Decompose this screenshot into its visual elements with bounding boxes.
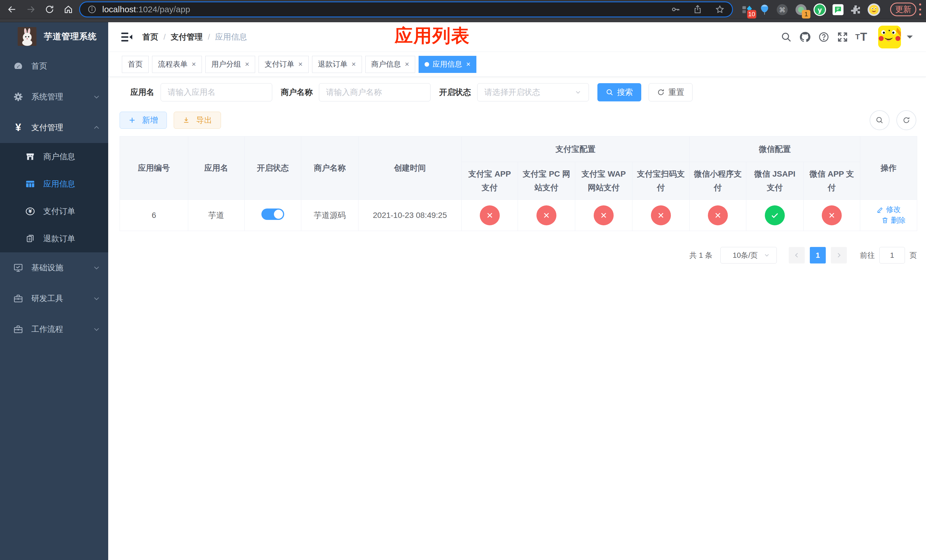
tag-close-icon[interactable]: ×: [466, 60, 471, 69]
export-button[interactable]: 导出: [174, 112, 221, 129]
chevron-down-icon: [93, 264, 100, 271]
browser-home-button[interactable]: [62, 3, 75, 16]
sidebar-item-infrastructure[interactable]: 基础设施: [0, 252, 108, 283]
tag-pay-order[interactable]: 支付订单 ×: [259, 56, 309, 73]
user-avatar[interactable]: [878, 26, 901, 48]
search-icon: [875, 116, 884, 124]
extension-chat-icon[interactable]: [831, 3, 844, 16]
sidebar-item-system[interactable]: 系统管理: [0, 82, 108, 112]
tag-close-icon[interactable]: ×: [245, 60, 249, 69]
briefcase-icon: [12, 324, 24, 334]
cell-app-name: 芋道: [188, 200, 245, 231]
status-disabled-icon: [536, 205, 557, 225]
tag-close-icon[interactable]: ×: [405, 60, 409, 69]
address-bar[interactable]: localhost:1024/pay/app: [79, 2, 733, 17]
svg-text:¥: ¥: [29, 209, 32, 214]
command-circle-icon: ⌘: [776, 4, 788, 16]
add-button[interactable]: 新增: [120, 112, 167, 129]
browser-toolbar: localhost:1024/pay/app 10 ⌘ 1 y 更新: [0, 0, 926, 19]
search-button[interactable]: 搜索: [598, 83, 641, 101]
tag-app-info-active[interactable]: 应用信息 ×: [419, 56, 477, 73]
app-name-input[interactable]: [160, 83, 272, 101]
monitor-check-icon: [12, 263, 24, 273]
table-toolbar: 新增 导出: [120, 112, 917, 129]
tag-process-form[interactable]: 流程表单 ×: [152, 56, 202, 73]
page-content: 应用名 商户名称 开启状态 请选择开启状态 搜索 重置: [108, 77, 926, 560]
sidebar-item-home[interactable]: 首页: [0, 51, 108, 82]
sidebar-item-pay-order[interactable]: ¥ 支付订单: [0, 198, 108, 225]
browser-forward-button[interactable]: [24, 3, 38, 16]
tag-refund-order[interactable]: 退款订单 ×: [312, 56, 362, 73]
svg-text:y: y: [818, 6, 822, 14]
sidebar-item-dev-tools[interactable]: 研发工具: [0, 283, 108, 314]
browser-profile-avatar[interactable]: [867, 3, 881, 16]
header-search-button[interactable]: [777, 28, 796, 47]
show-search-toggle-button[interactable]: [870, 110, 890, 130]
font-size-button[interactable]: TT: [852, 28, 871, 47]
col-header-wechat-app: 微信 APP 支付: [803, 162, 860, 200]
avatar-caret-icon[interactable]: [906, 35, 914, 39]
edit-row-button[interactable]: 修改: [876, 204, 901, 215]
tag-close-icon[interactable]: ×: [352, 60, 356, 69]
extension-balloon-icon[interactable]: [758, 3, 771, 16]
tag-close-icon[interactable]: ×: [192, 60, 196, 69]
extension-vue-devtools-icon[interactable]: y: [813, 3, 826, 16]
sidebar-item-workflow[interactable]: 工作流程: [0, 314, 108, 345]
fullscreen-button[interactable]: [833, 28, 852, 47]
reset-button[interactable]: 重置: [649, 83, 693, 101]
breadcrumb-pay[interactable]: 支付管理: [171, 32, 203, 42]
chat-bubble-icon: [832, 4, 844, 16]
browser-update-button[interactable]: 更新: [890, 3, 916, 16]
goto-page: 前往 页: [860, 247, 917, 263]
browser-back-button[interactable]: [5, 3, 19, 16]
pagination: 共 1 条 10条/页 1 前往 页: [120, 247, 917, 263]
add-button-label: 新增: [142, 115, 158, 126]
goto-page-input[interactable]: [879, 247, 905, 263]
chevron-down-icon: [574, 89, 582, 96]
tag-merchant-info[interactable]: 商户信息 ×: [365, 56, 415, 73]
sidebar-item-merchant-info[interactable]: 商户信息: [0, 143, 108, 170]
extensions-puzzle-icon[interactable]: [849, 3, 862, 16]
annotation-page-title: 应用列表: [395, 23, 470, 48]
next-page-button[interactable]: [831, 247, 847, 263]
sidebar-item-refund-order[interactable]: 退款订单: [0, 225, 108, 252]
cell-create-time: 2021-10-23 08:49:25: [359, 200, 461, 231]
yen-icon: ¥: [12, 122, 24, 133]
merchant-name-label: 商户名称: [281, 87, 313, 98]
extension-recorder-icon[interactable]: 1: [794, 3, 808, 16]
breadcrumb-home[interactable]: 首页: [142, 32, 158, 42]
delete-row-button[interactable]: 删除: [881, 215, 906, 225]
tag-close-icon[interactable]: ×: [298, 60, 303, 69]
app-table: 应用编号 应用名 开启状态 商户名称 创建时间 支付宝配置 微信配置 操作 支付…: [120, 136, 917, 231]
password-key-icon[interactable]: [670, 5, 680, 14]
browser-menu-button[interactable]: [918, 3, 921, 15]
browser-reload-button[interactable]: [43, 3, 56, 16]
status-select[interactable]: 请选择开启状态: [477, 83, 589, 101]
share-icon[interactable]: [693, 5, 702, 14]
grid-table-icon: [24, 179, 36, 189]
extension-command-icon[interactable]: ⌘: [776, 3, 789, 16]
tag-user-group[interactable]: 用户分组 ×: [205, 56, 255, 73]
status-toggle-on[interactable]: [262, 209, 284, 220]
refresh-table-button[interactable]: [896, 110, 916, 130]
active-tag-dot: [425, 62, 429, 67]
page-size-select[interactable]: 10条/页: [720, 247, 777, 263]
tag-label: 退款订单: [318, 59, 348, 69]
tag-home[interactable]: 首页: [122, 56, 149, 73]
cell-wechat-jsapi: [746, 200, 803, 231]
github-link-button[interactable]: [796, 28, 814, 47]
sidebar-collapse-button[interactable]: [121, 31, 133, 43]
merchant-name-input[interactable]: [319, 83, 431, 101]
page-number-current[interactable]: 1: [810, 247, 826, 263]
sidebar-logo[interactable]: 芋道管理系统: [0, 22, 108, 51]
extension-pinia-icon[interactable]: 10: [740, 3, 754, 16]
url-text: localhost:1024/pay/app: [102, 5, 658, 14]
docs-help-button[interactable]: [814, 28, 833, 47]
search-icon: [606, 88, 614, 96]
sidebar-item-pay[interactable]: ¥ 支付管理: [0, 112, 108, 143]
bookmark-star-icon[interactable]: [715, 5, 725, 14]
sidebar-item-app-info[interactable]: 应用信息: [0, 170, 108, 198]
site-info-icon[interactable]: [88, 5, 97, 14]
home-icon: [64, 5, 73, 14]
prev-page-button[interactable]: [789, 247, 805, 263]
